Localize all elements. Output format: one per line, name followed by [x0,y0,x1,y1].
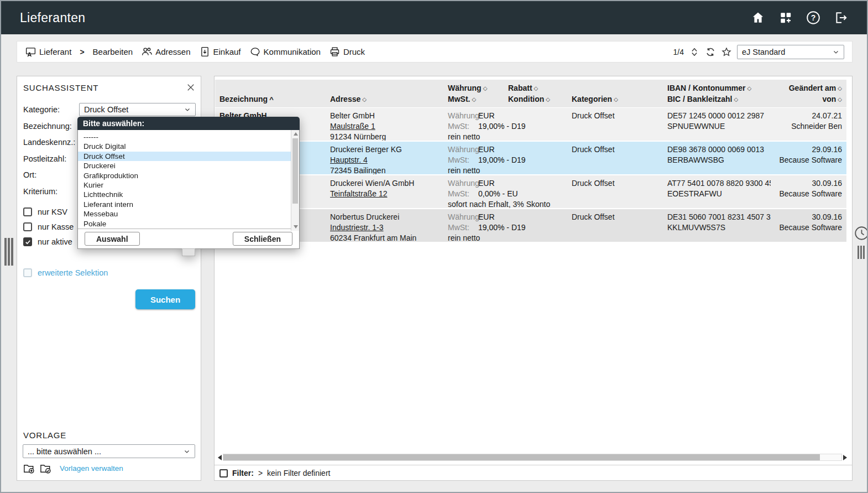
select-button[interactable]: Auswahl [85,232,140,246]
street-link[interactable]: Industriestr. 1-3 [330,223,384,232]
template-section-title: VORLAGE [23,430,66,440]
scroll-up-icon[interactable] [294,132,298,136]
right-panel-drag-handle[interactable] [857,246,865,259]
popup-option[interactable]: Pokale [78,219,291,229]
printer-icon [329,46,341,58]
toolbar-item-bearbeiten[interactable]: Bearbeiten [93,47,133,56]
checkbox-nur-aktive[interactable]: nur aktive [23,237,72,246]
sort-icon: ◇ [838,84,842,92]
popup-option[interactable]: ------ [78,132,291,142]
table-row[interactable]: Norbertus Druckerei Industriestr. 1-3 60… [215,209,846,242]
popup-option[interactable]: Grafikproduktion [78,171,291,180]
template-select-value: ... bitte auswählen ... [28,447,101,456]
column-header-adresse[interactable]: Adresse◇ [326,80,443,107]
toolbar-item-druck[interactable]: Druck [329,46,365,58]
close-button[interactable]: Schließen [233,232,292,246]
scroll-left-icon[interactable] [218,455,222,460]
home-icon[interactable] [751,11,765,25]
popup-option[interactable]: Messebau [78,209,291,219]
table-body: Belter GmbH Belter GmbH Maulstraße 1 912… [215,108,846,243]
kategorie-select[interactable]: Druck Offset [79,103,196,116]
currency-value: EUR [478,212,495,222]
left-panel-drag-handle[interactable] [4,238,13,266]
street-link[interactable]: Maulstraße 1 [330,122,375,131]
manage-templates-link[interactable]: Vorlagen verwalten [60,464,123,473]
checkbox-box [23,207,32,216]
street-link[interactable]: Teinfaltstraße 12 [330,189,388,198]
favorite-star-icon[interactable] [721,46,732,58]
search-button[interactable]: Suchen [135,289,195,309]
column-header-bezeichnung[interactable]: Bezeichnung^ [215,80,326,107]
popup-option-selected[interactable]: Druck Offset [78,152,291,161]
currency-label: Währung: [448,111,478,121]
filter-checkbox[interactable] [219,469,228,478]
popup-option[interactable]: Druckerei [78,161,291,170]
apps-grid-icon[interactable] [778,11,793,25]
sort-icon: ◇ [734,95,738,103]
scrollbar-thumb[interactable] [292,138,298,204]
popup-option[interactable]: Lichttechnik [78,190,291,199]
cell-geaendert: 30.09.16 Because Software [771,175,846,208]
checkbox-erweiterte-selektion[interactable]: erweiterte Selektion [23,268,108,277]
popup-scrollbar[interactable] [291,130,299,231]
folder-plus-icon[interactable] [23,462,35,475]
toolbar-item-einkauf[interactable]: Einkauf [199,46,241,58]
column-label: Adresse [330,95,360,103]
column-header-waehrung-mwst[interactable]: Währung◇ MwSt.◇ [443,80,504,107]
bic-value: SPNUEWWNUE [667,121,768,132]
street-link[interactable]: Hauptstr. 4 [330,155,368,164]
people-icon [141,46,153,58]
condition-value: rein netto [448,132,565,141]
popup-option[interactable]: Druck Digital [78,142,291,151]
address-name: Druckerei Berger KG [330,144,441,155]
toolbar-item-label: Einkauf [213,47,241,56]
help-icon[interactable]: ? [806,11,820,25]
field-label-bezeichnung: Bezeichnung: [23,122,72,131]
toolbar-item-lieferant[interactable]: Lieferant [25,46,71,58]
supplier-icon [25,46,36,58]
checkbox-nur-ksv[interactable]: nur KSV [23,207,67,216]
cell-geaendert: 30.09.16 Because Software [771,209,846,242]
template-select[interactable]: ... bitte auswählen ... [23,444,195,458]
cell-adresse: Norbertus Druckerei Industriestr. 1-3 60… [326,209,443,242]
bic-value: KKLMUVW5S7S [667,222,768,233]
column-header-geaendert[interactable]: Geändert am◇ von◇ [771,80,846,107]
cell-iban-bic: DE31 5060 7001 8231 4507 32 KKLMUVW5S7S [663,209,771,242]
scrollbar-track[interactable] [223,454,842,461]
field-label-postleitzahl: Postleitzahl: [23,154,66,163]
checkbox-label: nur Kasse [38,222,74,231]
column-header-iban-bic[interactable]: IBAN / Kontonummer◇ BIC / Bankleitzahl◇ [663,80,771,107]
scroll-down-icon[interactable] [294,225,298,229]
logout-icon[interactable] [834,11,848,25]
address-city: 60234 Frankfurt am Main [330,233,441,242]
scrollbar-thumb[interactable] [223,454,820,460]
toolbar-item-adressen[interactable]: Adressen [141,46,190,58]
scroll-right-icon[interactable] [843,455,847,460]
changed-date: 30.09.16 [775,212,842,222]
popup-option[interactable]: Lieferant intern [78,200,291,209]
popup-option[interactable]: Kurier [78,180,291,190]
cell-waehrung-mwst: Währung:EUR MwSt:19,00% - D19 rein netto [443,108,567,141]
resize-grip[interactable] [182,248,195,256]
table-row[interactable]: Druckerei Wien/A GmbH Teinfaltstraße 12 … [215,175,846,208]
column-header-rabatt-kondition[interactable]: Rabatt◇ Kondition◇ [504,80,567,107]
refresh-icon[interactable] [705,46,716,58]
address-city: 72345 Bailingen [330,165,441,174]
clock-icon[interactable] [854,226,868,241]
record-spinner-icon[interactable] [689,46,700,58]
toolbar-item-kommunikation[interactable]: Kommunikation [249,46,321,58]
table-row-selected[interactable]: Druckerei Berger KG Hauptstr. 4 72345 Ba… [215,142,846,174]
folder-check-icon[interactable] [39,462,52,475]
currency-label: Währung: [448,144,478,155]
toolbar-right: 1/4 eJ Standard [673,45,844,59]
chevron-down-icon [184,448,190,455]
checkbox-nur-kasse[interactable]: nur Kasse [23,222,74,231]
currency-value: EUR [478,178,495,189]
cell-geaendert: 29.09.16 Because Software [771,142,846,174]
column-header-kategorien[interactable]: Kategorien◇ [567,80,663,107]
close-icon[interactable] [184,81,197,94]
table-row[interactable]: Belter GmbH Belter GmbH Maulstraße 1 912… [215,108,846,141]
toolbar-left: Lieferant > Bearbeiten Adressen Einkauf … [25,46,365,58]
view-select[interactable]: eJ Standard [737,45,844,59]
cell-adresse: Belter GmbH Maulstraße 1 91234 Nürnberg [326,108,443,141]
